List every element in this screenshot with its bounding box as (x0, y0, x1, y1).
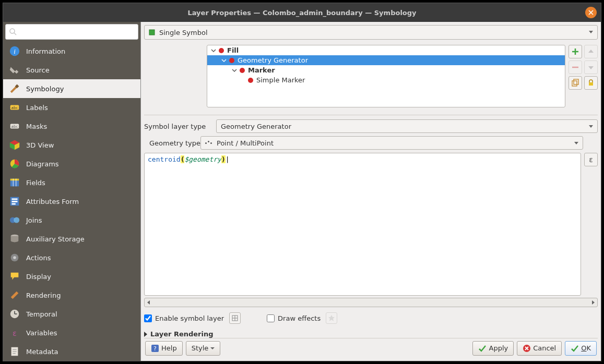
paintbrush-icon (8, 289, 21, 301)
data-defined-enable-button[interactable] (229, 312, 241, 324)
svg-rect-33 (574, 79, 578, 84)
tree-row-geometry-generator[interactable]: Geometry Generator (207, 55, 565, 65)
sidebar-item-label: Rendering (26, 292, 61, 299)
joins-icon (8, 214, 21, 226)
sidebar-item-metadata[interactable]: Metadata (3, 342, 140, 361)
form-icon (8, 195, 21, 208)
sidebar-item-information[interactable]: iInformation (3, 42, 140, 60)
sidebar-item-symbology[interactable]: Symbology (3, 79, 140, 98)
chevron-down-icon (589, 31, 593, 33)
tree-row-fill[interactable]: Fill (207, 45, 565, 55)
sidebar: iInformation Source Symbology abcLabels … (3, 22, 141, 361)
svg-point-22 (13, 256, 16, 259)
sidebar-item-label: 3D View (26, 141, 54, 149)
expand-toggle-icon[interactable] (210, 47, 217, 54)
sidebar-item-label: Metadata (26, 348, 58, 356)
chevron-down-icon (589, 125, 593, 128)
layer-rendering-label: Layer Rendering (150, 330, 214, 338)
apply-label: Apply (489, 344, 508, 352)
style-button[interactable]: Style (186, 341, 221, 356)
collapse-triangle-icon (144, 332, 147, 337)
main-panel: Single Symbol Fill Geometry Generator (141, 22, 601, 361)
svg-point-19 (14, 217, 19, 223)
ok-button[interactable]: OK (565, 341, 597, 356)
symbol-preview-icon (219, 48, 224, 53)
sidebar-item-display[interactable]: Display (3, 267, 140, 286)
titlebar: Layer Properties — Colombo_admin_boundar… (3, 3, 601, 22)
effects-edit-button[interactable] (326, 312, 337, 324)
geometry-type-combo[interactable]: Point / MultiPoint (200, 136, 583, 150)
chevron-down-icon (210, 346, 215, 350)
expand-toggle-icon[interactable] (221, 57, 227, 64)
tree-row-simple-marker[interactable]: Simple Marker (207, 75, 565, 85)
symbol-layer-type-combo[interactable]: Geometry Generator (216, 119, 598, 133)
symbol-preview-icon (248, 78, 253, 83)
sidebar-item-label: Auxiliary Storage (26, 235, 85, 243)
svg-text:ε: ε (589, 155, 593, 164)
style-label: Style (192, 344, 209, 352)
svg-rect-16 (12, 201, 18, 202)
move-down-button[interactable] (584, 60, 598, 74)
tree-row-marker[interactable]: Marker (207, 65, 565, 75)
cancel-button[interactable]: Cancel (517, 341, 562, 356)
add-symbol-layer-button[interactable] (569, 45, 582, 58)
symbol-layer-tree[interactable]: Fill Geometry Generator Marker Si (207, 45, 565, 107)
document-icon (8, 345, 21, 358)
apply-button[interactable]: Apply (472, 341, 514, 356)
svg-rect-31 (149, 30, 155, 35)
sidebar-item-actions[interactable]: Actions (3, 248, 140, 267)
cancel-icon (523, 344, 531, 353)
lock-symbol-layer-button[interactable] (584, 76, 598, 90)
sidebar-item-label: Attributes Form (26, 198, 79, 205)
tooltip-icon (8, 270, 21, 283)
tree-label: Simple Marker (256, 76, 305, 84)
sidebar-item-diagrams[interactable]: Diagrams (3, 154, 140, 173)
enable-symbol-layer-check[interactable]: Enable symbol layer (144, 314, 224, 322)
duplicate-symbol-layer-button[interactable] (569, 76, 582, 90)
sidebar-search[interactable] (5, 24, 138, 40)
draw-effects-check[interactable]: Draw effects (267, 314, 321, 322)
sidebar-search-input[interactable] (19, 28, 135, 36)
symbol-type-combo[interactable]: Single Symbol (144, 25, 598, 40)
sidebar-item-joins[interactable]: Joins (3, 211, 140, 229)
sidebar-list: iInformation Source Symbology abcLabels … (3, 42, 140, 361)
sidebar-item-label: Actions (26, 254, 51, 262)
expand-toggle-icon[interactable] (231, 67, 238, 74)
scroll-left-button[interactable] (145, 298, 153, 307)
help-button[interactable]: ? Help (145, 341, 183, 356)
move-up-button[interactable] (584, 45, 598, 58)
editor-hscroll[interactable] (144, 298, 598, 307)
svg-text:ε: ε (13, 329, 17, 337)
sidebar-item-masks[interactable]: abcMasks (3, 117, 140, 136)
sidebar-item-source[interactable]: Source (3, 60, 140, 79)
sidebar-item-3dview[interactable]: 3D View (3, 136, 140, 154)
labels-icon: abc (8, 101, 21, 114)
sidebar-item-rendering[interactable]: Rendering (3, 286, 140, 305)
gear-icon (8, 251, 21, 264)
svg-text:abc: abc (11, 105, 18, 110)
sidebar-item-aux-storage[interactable]: Auxiliary Storage (3, 229, 140, 248)
svg-text:abc: abc (11, 124, 18, 129)
sidebar-item-temporal[interactable]: Temporal (3, 305, 140, 323)
enable-symbol-layer-checkbox[interactable] (144, 314, 152, 322)
cancel-label: Cancel (533, 344, 556, 352)
wrench-icon (8, 64, 21, 76)
enable-symbol-layer-label: Enable symbol layer (155, 314, 224, 322)
ok-icon (571, 344, 579, 353)
remove-symbol-layer-button[interactable] (569, 60, 582, 74)
draw-effects-checkbox[interactable] (267, 314, 275, 322)
sidebar-item-variables[interactable]: εVariables (3, 323, 140, 342)
draw-effects-label: Draw effects (278, 314, 321, 322)
sidebar-item-fields[interactable]: Fields (3, 173, 140, 192)
check-icon (478, 344, 487, 353)
sidebar-item-attributes-form[interactable]: Attributes Form (3, 192, 140, 211)
scroll-right-button[interactable] (589, 298, 597, 307)
svg-rect-15 (12, 199, 18, 200)
sidebar-item-labels[interactable]: abcLabels (3, 98, 140, 117)
layer-rendering-collapse[interactable]: Layer Rendering (144, 330, 598, 338)
expression-editor[interactable]: centroid($geometry)| (144, 153, 581, 296)
svg-point-0 (10, 29, 15, 33)
close-button[interactable] (585, 7, 597, 18)
expression-builder-button[interactable]: ε (584, 153, 598, 166)
help-label: Help (161, 344, 177, 352)
